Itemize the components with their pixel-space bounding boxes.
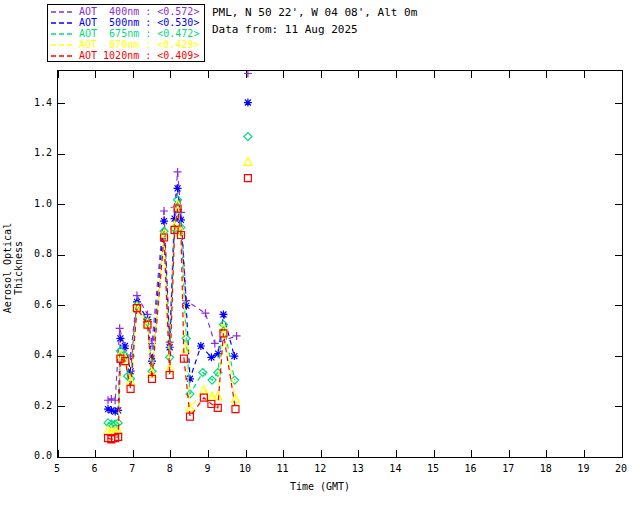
x-tick-label: 5 [44, 463, 70, 474]
x-tick-label: 19 [570, 463, 596, 474]
legend-label: AOT 1020nm : <0.409> [79, 51, 199, 61]
y-tick-label: 0.8 [22, 248, 52, 259]
legend-item-aot-1020nm: AOT 1020nm : <0.409> [51, 50, 204, 61]
legend-item-aot-675nm: AOT 675nm : <0.472> [51, 29, 204, 40]
series-aot-870nm [104, 157, 252, 435]
legend-item-aot-400nm: AOT 400nm : <0.572> [51, 7, 204, 18]
legend-label: AOT 870nm : <0.429> [79, 40, 199, 50]
x-tick-label: 9 [194, 463, 220, 474]
x-tick-label: 8 [157, 463, 183, 474]
y-tick-label: 0.0 [22, 450, 52, 461]
x-tick-label: 10 [232, 463, 258, 474]
y-axis-title: Aerosol Optical Thickness [2, 193, 24, 343]
legend-dash-sample [51, 53, 75, 59]
legend-label: AOT 400nm : <0.572> [79, 7, 199, 17]
x-tick-label: 18 [533, 463, 559, 474]
station-title: PML, N 50 22', W 04 08', Alt 0m [212, 6, 417, 19]
x-tick-label: 6 [82, 463, 108, 474]
aot-plot-window: AOT 400nm : <0.572>AOT 500nm : <0.530>AO… [0, 0, 640, 512]
plot-area [57, 70, 623, 458]
y-tick-label: 1.2 [22, 147, 52, 158]
x-tick-label: 17 [495, 463, 521, 474]
x-tick-label: 15 [420, 463, 446, 474]
x-axis-title: Time (GMT) [0, 481, 640, 492]
x-tick-label: 14 [382, 463, 408, 474]
legend-item-aot-500nm: AOT 500nm : <0.530> [51, 18, 204, 29]
y-tick-label: 1.4 [22, 97, 52, 108]
legend-dash-sample [51, 31, 75, 37]
legend-dash-sample [51, 42, 75, 48]
x-tick-label: 12 [307, 463, 333, 474]
legend-dash-sample [51, 20, 75, 26]
x-tick-label: 7 [119, 463, 145, 474]
x-tick-label: 20 [608, 463, 634, 474]
legend-label: AOT 500nm : <0.530> [79, 18, 199, 28]
data-date-line: Data from: 11 Aug 2025 [212, 23, 358, 36]
series-markers-triangle [104, 157, 252, 435]
y-tick-label: 1.0 [22, 198, 52, 209]
y-tick-label: 0.6 [22, 299, 52, 310]
x-tick-label: 11 [270, 463, 296, 474]
series-aot-1020nm [105, 175, 252, 443]
legend-item-aot-870nm: AOT 870nm : <0.429> [51, 39, 204, 50]
legend-label: AOT 675nm : <0.472> [79, 29, 199, 39]
y-tick-label: 0.4 [22, 349, 52, 360]
x-tick-label: 13 [345, 463, 371, 474]
y-tick-label: 0.2 [22, 400, 52, 411]
legend-dash-sample [51, 9, 75, 15]
series-layer [58, 71, 622, 457]
x-tick-label: 16 [458, 463, 484, 474]
legend: AOT 400nm : <0.572>AOT 500nm : <0.530>AO… [47, 4, 205, 62]
